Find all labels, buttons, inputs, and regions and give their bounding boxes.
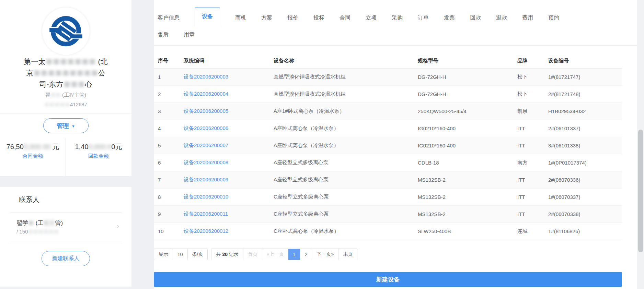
device-no-cell: 1#(81721747) — [544, 74, 622, 80]
device-name-cell: A座卧式离心泵（冷温水泵） — [269, 125, 414, 132]
tab-solution[interactable]: 方案 — [261, 9, 272, 27]
brand-cell: 凯泉 — [513, 108, 544, 115]
company-summary-card: 第一太〓〓〓〓〓〓〓 (北 京〓〓〓〓〓〓〓〓〓公 司-东方〓〓〓心 翟〓〓 (… — [0, 0, 131, 176]
tab-customer-info[interactable]: 客户信息 — [158, 9, 180, 27]
manage-button[interactable]: 管理 ▼ — [43, 118, 89, 133]
scrollbar-track[interactable] — [637, 0, 644, 289]
tab-appointment[interactable]: 预约 — [548, 9, 559, 27]
divider — [10, 242, 122, 242]
table-row: 2设备202006200004直燃型溴化锂吸收式冷温水机组DG-72GH-H松下… — [154, 86, 622, 103]
visible-text: (工 — [34, 220, 43, 226]
page-size-value[interactable]: 10 — [173, 249, 187, 260]
visible-text: 公 — [98, 69, 105, 77]
tab-refund[interactable]: 退款 — [496, 9, 507, 27]
system-code-link[interactable]: 设备202006200006 — [184, 125, 228, 131]
page-button-1[interactable]: 1 — [288, 249, 300, 260]
pager-group: 共20记录 首页 «上一页 12 下一页» 末页 — [211, 249, 357, 260]
company-name-line1: 第一太〓〓〓〓〓〓〓 (北 — [6, 56, 125, 67]
tab-procurement[interactable]: 采购 — [392, 9, 403, 27]
tab-after-sales[interactable]: 售后 — [158, 26, 169, 44]
tab-project-setup[interactable]: 立项 — [366, 9, 377, 27]
spec-model-cell: MS132SB-2 — [414, 194, 513, 200]
tab-row-1: 客户信息设备商机方案报价投标合同立项采购订单发票回款退款费用预约 — [154, 0, 637, 27]
tab-seal-use[interactable]: 用章 — [184, 26, 195, 44]
visible-text: 管) — [55, 220, 63, 226]
page-button-2[interactable]: 2 — [300, 249, 312, 260]
system-code-link[interactable]: 设备202006200003 — [184, 74, 228, 80]
system-code-link[interactable]: 设备202006200011 — [184, 211, 228, 217]
device-name-cell: C座轻型立式多级离心泵 — [269, 194, 414, 200]
row-seq-cell: 5 — [154, 143, 180, 148]
owner-name: 翟〓〓 (工程主管) — [0, 92, 131, 98]
row-seq-cell: 4 — [154, 125, 180, 131]
device-no-cell: 2#(06070336) — [544, 177, 622, 183]
payment-amount-link[interactable]: 回款金额 — [88, 153, 109, 159]
total-count: 20 — [222, 252, 228, 257]
table-row: 1设备202006200003直燃型溴化锂吸收式冷温水机组DG-72GH-H松下… — [154, 69, 622, 86]
system-code-link[interactable]: 设备202006200010 — [184, 194, 228, 200]
brand-cell: 连城 — [513, 228, 544, 234]
tab-opportunity[interactable]: 商机 — [235, 9, 246, 27]
tab-order[interactable]: 订单 — [418, 9, 429, 27]
system-code-cell: 设备202006200010 — [180, 194, 269, 200]
system-code-link[interactable]: 设备202006200004 — [184, 91, 228, 97]
divider — [10, 212, 122, 213]
last-page-button[interactable]: 末页 — [338, 249, 357, 260]
manage-button-label: 管理 — [57, 122, 69, 130]
system-code-cell: 设备202006200003 — [180, 74, 269, 80]
row-seq-cell: 1 — [154, 74, 180, 80]
page-size-group: 显示 10 条/页 — [154, 249, 208, 260]
system-code-cell: 设备202006200006 — [180, 125, 269, 132]
table-row: 8设备202006200010C座轻型立式多级离心泵MS132SB-2ITT1#… — [154, 189, 622, 206]
row-seq-cell: 9 — [154, 211, 180, 217]
system-code-link[interactable]: 设备202006200007 — [184, 142, 228, 148]
new-contact-button[interactable]: 新建联系人 — [42, 251, 90, 266]
amount-stats: 76,500,000.00 元 合同金额 1,400,000.00元 回款金额 — [0, 138, 131, 176]
redacted-text: 程主 — [43, 220, 55, 226]
redacted-text: 0,000.0 — [89, 143, 112, 150]
page-size-label: 显示 — [154, 249, 173, 260]
brand-cell: ITT — [513, 177, 544, 183]
contacts-card: 联系人 翟学〓 (工程主管) / 150〓〓〓〓〓〓 › 新建联系人 — [0, 187, 131, 287]
visible-text: 元 — [50, 143, 59, 150]
device-name-cell: 直燃型溴化锂吸收式冷温水机组 — [269, 91, 414, 97]
visible-text: / 150 — [16, 229, 28, 234]
table-header-row: 序号系统编码设备名称规格型号品牌设备编号 — [154, 53, 622, 69]
contract-amount-link[interactable]: 合同金额 — [23, 153, 43, 159]
total-records: 共20记录 — [211, 249, 243, 260]
tab-contract[interactable]: 合同 — [340, 9, 350, 27]
header-cell-device-name: 设备名称 — [269, 58, 414, 64]
payment-amount-stat: 1,400,000.00元 回款金额 — [66, 138, 131, 176]
device-name-cell: A座轻型立式多级离心泵 — [269, 159, 414, 166]
system-code-link[interactable]: 设备202006200008 — [184, 159, 228, 165]
header-cell-system-code: 系统编码 — [180, 58, 269, 64]
visible-text: 翟学 — [16, 220, 28, 226]
system-code-link[interactable]: 设备202006200009 — [184, 177, 228, 182]
new-device-button[interactable]: 新建设备 — [154, 272, 622, 287]
brand-cell: ITT — [513, 194, 544, 200]
tab-quotation[interactable]: 报价 — [287, 9, 298, 27]
tab-bidding[interactable]: 投标 — [313, 9, 324, 27]
table-row: 3设备202006200005A座1#卧式离心泵（冷温水泵）250KQW500-… — [154, 103, 622, 120]
scrollbar-thumb[interactable] — [638, 130, 643, 252]
tab-equipment[interactable]: 设备 — [195, 8, 220, 27]
prev-page-button[interactable]: «上一页 — [262, 249, 288, 260]
spec-model-cell: IG0210*160-400 — [414, 125, 513, 131]
contact-list-item[interactable]: 翟学〓 (工程主管) / 150〓〓〓〓〓〓 › — [10, 216, 122, 239]
page-size-unit: 条/页 — [187, 249, 208, 260]
first-page-button[interactable]: 首页 — [243, 249, 262, 260]
divider — [0, 113, 131, 114]
table-row: 10设备202006200012C座卧式离心泵（冷温水泵）SLW250-400B… — [154, 223, 622, 240]
tab-expense[interactable]: 费用 — [522, 9, 533, 27]
system-code-link[interactable]: 设备202006200005 — [184, 108, 228, 114]
redacted-text: 〓〓 — [50, 92, 61, 98]
visible-text: 心 — [85, 80, 92, 88]
visible-text: (北 — [96, 58, 108, 65]
visible-text: (工程主管) — [61, 92, 86, 98]
logo-emblem-icon — [48, 13, 84, 49]
next-page-button[interactable]: 下一页» — [312, 249, 338, 260]
system-code-link[interactable]: 设备202006200012 — [184, 228, 228, 234]
tab-payment-received[interactable]: 回款 — [470, 9, 481, 27]
tab-invoice[interactable]: 发票 — [444, 9, 455, 27]
system-code-cell: 设备202006200007 — [180, 142, 269, 149]
